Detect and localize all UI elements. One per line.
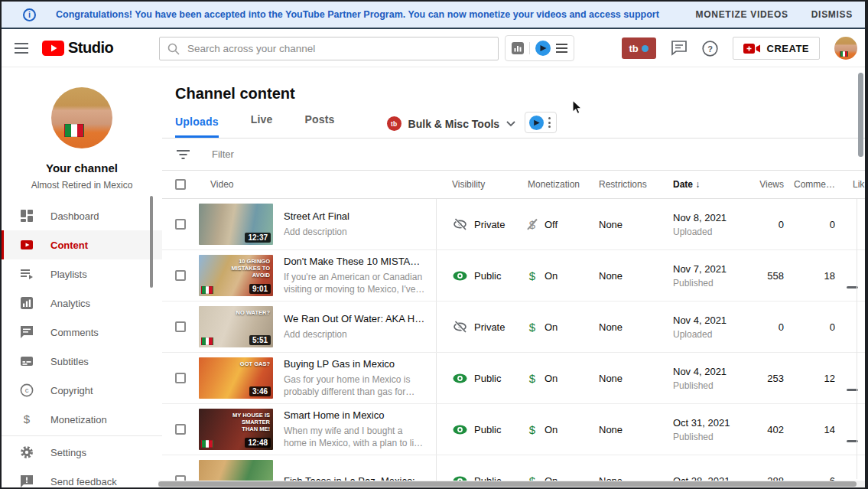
video-description[interactable]: Add description: [284, 328, 425, 341]
feedback-chat-icon[interactable]: [671, 41, 688, 56]
date-value: Nov 7, 2021: [673, 263, 748, 275]
comments-value: 14: [792, 424, 843, 435]
dismiss-button[interactable]: DISMISS: [811, 9, 853, 20]
comments-value: 0: [792, 219, 843, 230]
video-thumbnail[interactable]: 12:37: [199, 204, 273, 245]
channel-avatar[interactable]: [51, 87, 112, 148]
col-visibility[interactable]: Visibility: [436, 179, 516, 190]
col-comments[interactable]: Comme…: [792, 179, 843, 190]
monetization-on-icon: $: [528, 423, 537, 436]
app-header: Studio Search across your channel tb ? C…: [2, 29, 865, 67]
tab-posts[interactable]: Posts: [304, 113, 334, 138]
sidebar-item-copyright[interactable]: c Copyright: [2, 376, 162, 405]
monetization-value: On: [545, 424, 558, 435]
sidebar-item-label: Content: [50, 240, 88, 251]
main-content: Channel content Uploads Live Posts tb Bu…: [162, 67, 865, 486]
account-avatar[interactable]: [834, 37, 857, 60]
restrictions-value: None: [587, 219, 656, 230]
create-button[interactable]: CREATE: [733, 37, 820, 60]
sidebar-item-content[interactable]: Content: [2, 230, 162, 259]
col-monetization[interactable]: Monetization: [516, 179, 587, 190]
more-options-icon[interactable]: [547, 116, 552, 129]
select-all-checkbox[interactable]: [175, 179, 186, 190]
video-title[interactable]: Street Art Final: [284, 210, 425, 222]
views-value: 402: [748, 424, 792, 435]
mexico-flag: [201, 337, 213, 345]
bulk-misc-tools-button[interactable]: tb Bulk & Misc Tools: [387, 116, 516, 138]
video-row: 10 GRINGO MISTAKES TO AVOID9:01 Don't Ma…: [162, 250, 865, 302]
sidebar-item-label: Dashboard: [50, 210, 99, 222]
video-description[interactable]: If you're an American or Canadian visiti…: [284, 271, 425, 295]
video-thumbnail[interactable]: GOT GAS?3:46: [199, 357, 273, 399]
date-status: Uploaded: [673, 227, 748, 237]
help-icon[interactable]: ?: [702, 41, 718, 57]
monetization-icon: $: [20, 412, 34, 426]
extension-widget[interactable]: [505, 35, 574, 61]
video-thumbnail[interactable]: 10 GRINGO MISTAKES TO AVOID9:01: [199, 255, 273, 296]
monetization-on-icon: $: [528, 269, 537, 282]
video-thumbnail[interactable]: NO WATER?5:51: [199, 306, 273, 347]
sidebar-item-analytics[interactable]: Analytics: [2, 289, 162, 318]
video-title[interactable]: Smart Home in Mexico: [284, 409, 425, 421]
video-title[interactable]: Don't Make These 10 MISTAKES in Me…: [284, 256, 425, 267]
table-header: Video Visibility Monetization Restrictio…: [162, 171, 865, 199]
views-value: 0: [748, 321, 792, 333]
col-views[interactable]: Views: [748, 179, 792, 190]
video-description[interactable]: Gas for your home in Mexico is probably …: [284, 373, 425, 398]
filter-bar[interactable]: Filter: [162, 139, 865, 171]
views-value: 0: [748, 219, 792, 230]
horizontal-scrollbar[interactable]: [158, 481, 857, 487]
tubebuddy-button[interactable]: tb: [622, 37, 656, 59]
sidebar-item-playlists[interactable]: Playlists: [2, 259, 162, 289]
divider: [529, 42, 530, 54]
col-likes[interactable]: Lik: [843, 179, 865, 190]
sidebar-item-subtitles[interactable]: Subtitles: [2, 347, 162, 376]
sidebar-item-label: Copyright: [50, 385, 93, 396]
video-title[interactable]: Buying LP Gas in Mexico: [284, 358, 425, 370]
monetize-videos-button[interactable]: MONETIZE VIDEOS: [696, 9, 788, 20]
duration-badge: 9:01: [249, 284, 271, 294]
monetization-on-icon: $: [528, 321, 537, 334]
thumbnail-text: GOT GAS?: [227, 360, 270, 367]
sidebar-item-comments[interactable]: Comments: [2, 318, 162, 347]
menu-hamburger-icon[interactable]: [15, 43, 28, 54]
row-checkbox[interactable]: [175, 424, 186, 435]
tab-uploads[interactable]: Uploads: [175, 116, 219, 138]
video-title[interactable]: We Ran Out Of Water: AKA How Mexic…: [284, 313, 425, 324]
sidebar-item-send-feedback[interactable]: Send feedback: [2, 467, 162, 489]
thumbnail-text: NO WATER?: [227, 309, 270, 316]
search-input[interactable]: Search across your channel: [159, 37, 499, 60]
playlists-icon: [20, 267, 34, 281]
sidebar-item-settings[interactable]: Settings: [2, 438, 162, 467]
extension-mini-widget[interactable]: [525, 112, 557, 133]
sidebar-item-label: Comments: [50, 327, 99, 338]
studio-logo[interactable]: Studio: [42, 39, 113, 57]
row-checkbox[interactable]: [175, 321, 186, 332]
sidebar-item-dashboard[interactable]: Dashboard: [2, 201, 162, 230]
vertical-scrollbar[interactable]: [858, 73, 863, 157]
visibility-value: Public: [474, 424, 501, 435]
video-thumbnail[interactable]: MY HOUSE IS SMARTER THAN ME!12:48: [199, 409, 273, 450]
video-description[interactable]: When my wife and I bought a home in Mexi…: [284, 425, 425, 449]
partner-program-banner: i Congratulations! You have been accepte…: [2, 2, 865, 29]
row-checkbox[interactable]: [175, 373, 186, 383]
sidebar-item-label: Send feedback: [50, 476, 117, 487]
likes-cell: [843, 199, 865, 249]
video-description[interactable]: Add description: [284, 226, 425, 238]
row-checkbox[interactable]: [175, 270, 186, 281]
likes-cell: [843, 353, 865, 403]
video-row: NO WATER?5:51 We Ran Out Of Water: AKA H…: [162, 302, 865, 353]
subtitles-icon: [20, 354, 34, 368]
date-status: Uploaded: [673, 329, 748, 340]
sidebar-item-monetization[interactable]: $ Monetization: [2, 405, 162, 434]
row-checkbox[interactable]: [175, 219, 186, 230]
date-value: Nov 8, 2021: [673, 212, 748, 223]
sidebar-scrollbar[interactable]: [150, 196, 153, 288]
mexico-flag: [64, 124, 84, 137]
logo-text: Studio: [68, 39, 113, 57]
col-date[interactable]: Date ↓: [656, 179, 748, 190]
col-restrictions[interactable]: Restrictions: [587, 179, 656, 190]
tubebuddy-label: tb: [629, 43, 638, 54]
tab-live[interactable]: Live: [251, 113, 273, 138]
public-icon: [453, 425, 467, 435]
